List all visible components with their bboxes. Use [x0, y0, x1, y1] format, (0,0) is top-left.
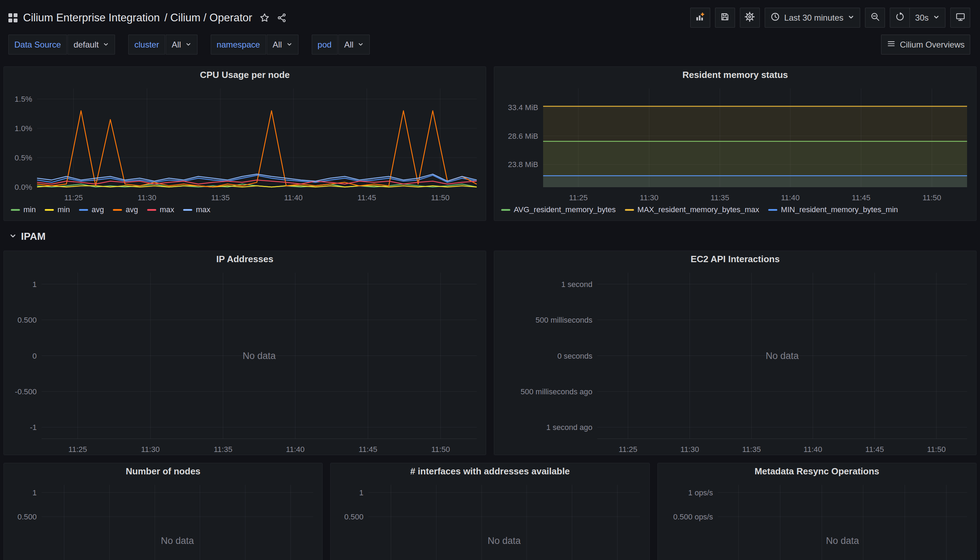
gear-icon	[744, 12, 755, 24]
svg-text:11:45: 11:45	[358, 193, 376, 202]
kiosk-mode-button[interactable]	[950, 8, 970, 28]
refresh-interval-label: 30s	[915, 13, 928, 23]
variable-value-pod[interactable]: All	[338, 35, 370, 55]
svg-text:0: 0	[33, 352, 37, 360]
panel-number-of-nodes: Number of nodes 10.500No data	[3, 463, 323, 560]
variable-value-namespace[interactable]: All	[267, 35, 298, 55]
variable-value-text: All	[344, 40, 354, 50]
svg-text:1: 1	[33, 280, 37, 289]
chevron-down-icon	[847, 13, 855, 23]
refresh-interval-picker[interactable]: 30s	[910, 8, 945, 28]
svg-text:11:45: 11:45	[852, 193, 870, 202]
svg-text:500 milliseconds: 500 milliseconds	[536, 316, 592, 324]
cilium-overviews-label: Cilium Overviews	[900, 40, 965, 50]
series-name-label: MAX_resident_memory_bytes_max	[637, 205, 759, 214]
svg-text:1.5%: 1.5%	[15, 95, 32, 103]
number-of-nodes-chart[interactable]: 10.500No data	[4, 479, 322, 560]
variable-value-cluster[interactable]: All	[166, 35, 198, 55]
series-name-label: avg	[92, 205, 104, 214]
svg-text:0.5%: 0.5%	[15, 153, 32, 162]
legend-item-avg[interactable]: avg	[113, 205, 138, 214]
svg-text:0.500 ops/s: 0.500 ops/s	[673, 512, 713, 521]
variable-label-namespace: namespace	[211, 35, 266, 55]
metadata-resync-chart[interactable]: 1 ops/s0.500 ops/sNo data	[658, 479, 976, 560]
svg-text:11:40: 11:40	[284, 193, 303, 202]
nav-left: Cilium Enterprise Integration / Cilium /…	[8, 12, 286, 24]
dashboard-title: Cilium Enterprise Integration / Cilium /…	[23, 12, 252, 24]
svg-text:11:25: 11:25	[68, 445, 87, 454]
save-dashboard-button[interactable]	[715, 8, 735, 28]
ip-addresses-chart[interactable]: 10.5000-0.500-111:2511:3011:3511:4011:45…	[4, 267, 486, 455]
apps-menu-icon[interactable]	[8, 13, 17, 22]
cpu-usage-chart[interactable]: 0.0%0.5%1.0%1.5%11:2511:3011:3511:4011:4…	[4, 83, 486, 203]
variables-bar: Data Source default cluster All namespac…	[0, 32, 980, 62]
panel-title-number-of-nodes[interactable]: Number of nodes	[4, 463, 322, 479]
svg-text:11:30: 11:30	[640, 193, 659, 202]
svg-text:No data: No data	[826, 535, 859, 546]
panel-cpu-usage-per-node: CPU Usage per node 0.0%0.5%1.0%1.5%11:25…	[3, 67, 486, 221]
svg-text:11:50: 11:50	[927, 445, 945, 454]
series-name-label: max	[196, 205, 210, 214]
panel-title-interfaces[interactable]: # interfaces with addresses available	[331, 463, 649, 479]
add-panel-button[interactable]	[690, 8, 710, 28]
share-icon[interactable]	[277, 13, 286, 23]
time-range-picker[interactable]: Last 30 minutes	[765, 8, 860, 28]
legend-item-AVG_resident_memory_bytes[interactable]: AVG_resident_memory_bytes	[501, 205, 616, 214]
chevron-down-icon	[358, 40, 364, 50]
legend-item-MIN_resident_memory_bytes_min[interactable]: MIN_resident_memory_bytes_min	[768, 205, 898, 214]
cilium-overviews-button[interactable]: Cilium Overviews	[881, 35, 970, 55]
legend-item-max[interactable]: max	[183, 205, 210, 214]
panel-ec2-api-interactions: EC2 API Interactions 1 second500 millise…	[494, 251, 977, 455]
panel-title-resident-memory[interactable]: Resident memory status	[494, 67, 976, 83]
panel-title-ec2-api[interactable]: EC2 API Interactions	[494, 251, 976, 267]
dashboard-panels: CPU Usage per node 0.0%0.5%1.0%1.5%11:25…	[0, 62, 980, 560]
legend-item-max[interactable]: max	[147, 205, 175, 214]
panel-metadata-resync: Metadata Resync Operations 1 ops/s0.500 …	[657, 463, 977, 560]
legend-item-MAX_resident_memory_bytes_max[interactable]: MAX_resident_memory_bytes_max	[625, 205, 759, 214]
legend-item-avg[interactable]: avg	[79, 205, 104, 214]
dashboard-breadcrumb: / Cilium / Operator	[164, 12, 252, 24]
svg-text:500 milliseconds ago: 500 milliseconds ago	[521, 387, 592, 396]
series-color-swatch	[45, 209, 54, 211]
svg-text:11:50: 11:50	[923, 193, 941, 202]
series-color-swatch	[113, 209, 122, 211]
panel-title-ip-addresses[interactable]: IP Addresses	[4, 251, 486, 267]
favorite-star-icon[interactable]	[260, 13, 270, 23]
svg-text:11:25: 11:25	[569, 193, 587, 202]
series-color-swatch	[183, 209, 192, 211]
zoom-out-button[interactable]	[865, 8, 885, 28]
svg-text:11:35: 11:35	[213, 445, 232, 454]
svg-text:11:50: 11:50	[431, 445, 450, 454]
legend-item-min[interactable]: min	[11, 205, 36, 214]
cpu-usage-legend: minminavgavgmaxmax	[4, 203, 486, 220]
variable-label-cluster: cluster	[128, 35, 165, 55]
refresh-controls: 30s	[890, 8, 945, 28]
ec2-api-chart[interactable]: 1 second500 milliseconds0 seconds500 mil…	[494, 267, 976, 455]
svg-text:11:30: 11:30	[681, 445, 699, 454]
variable-label-datasource: Data Source	[8, 35, 67, 55]
series-name-label: MIN_resident_memory_bytes_min	[781, 205, 898, 214]
svg-text:11:40: 11:40	[781, 193, 799, 202]
interfaces-chart[interactable]: 10.500No data	[331, 479, 649, 560]
svg-text:33.4 MiB: 33.4 MiB	[508, 103, 538, 112]
panel-title-metadata-resync[interactable]: Metadata Resync Operations	[658, 463, 976, 479]
panel-title-cpu-usage[interactable]: CPU Usage per node	[4, 67, 486, 83]
top-navigation: Cilium Enterprise Integration / Cilium /…	[0, 0, 980, 32]
variable-value-datasource[interactable]: default	[67, 35, 115, 55]
dashboard-settings-button[interactable]	[740, 8, 760, 28]
grafana-dashboard-page: Cilium Enterprise Integration / Cilium /…	[0, 0, 980, 560]
svg-text:0.500: 0.500	[344, 512, 363, 521]
variable-label-pod: pod	[312, 35, 338, 55]
save-icon	[720, 12, 730, 24]
svg-text:1: 1	[359, 488, 363, 497]
svg-text:11:50: 11:50	[431, 193, 449, 202]
panel-interfaces-available: # interfaces with addresses available 10…	[330, 463, 649, 560]
resident-memory-chart[interactable]: 23.8 MiB28.6 MiB33.4 MiB11:2511:3011:351…	[494, 83, 976, 203]
svg-text:1: 1	[33, 488, 37, 497]
refresh-button[interactable]	[890, 8, 910, 28]
svg-text:1 ops/s: 1 ops/s	[688, 488, 713, 497]
svg-text:0.500: 0.500	[17, 512, 37, 521]
legend-item-min[interactable]: min	[45, 205, 70, 214]
variable-pod: pod All	[312, 35, 370, 55]
section-ipam[interactable]: IPAM	[3, 221, 977, 251]
